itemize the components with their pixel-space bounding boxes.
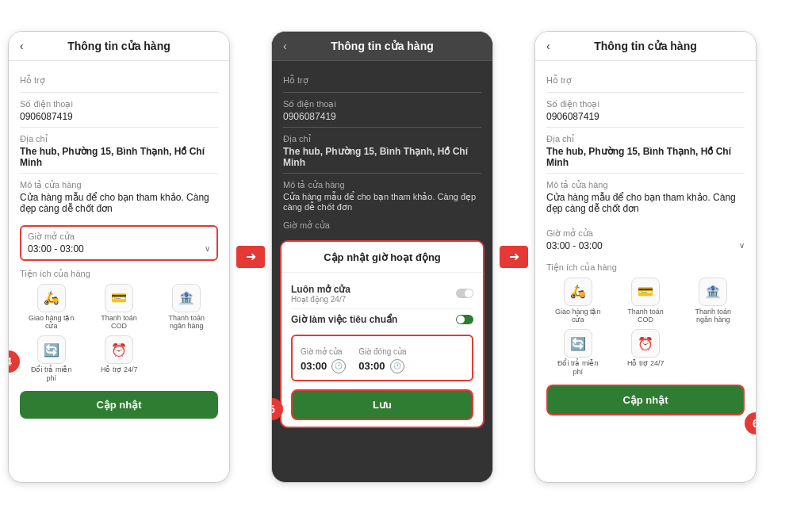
gio-lam-toggle[interactable] [456,315,473,324]
mo-ta-value-2: Cửa hàng mẫu để cho bạn tham khảo. Càng … [283,192,481,217]
dropdown-icon-3: ∨ [739,241,745,250]
sdt-label-2: Số điện thoại [283,99,481,109]
support-icon-1: ⏰ [105,335,133,364]
tien-ich-item-4: 🔄 Đổi trả miễnphí [20,335,83,383]
ho-tro-label-1: Hỗ trợ [20,75,218,86]
gio-mo-group: Giờ mở cửa 03:00 🕐 [301,347,346,373]
cod-label-1: Thanh toánCOD [101,314,137,331]
bank-icon-1: 🏦 [172,284,201,312]
time-row: Giờ mở cửa 03:00 🕐 Giờ đóng cửa 03:00 🕐 [301,347,464,373]
tien-ich-grid-3: 🛵 Giao hàng tậncửa 💳 Thanh toánCOD 🏦 Tha… [546,278,745,325]
ho-tro-label-3: Hỗ trợ [546,75,745,86]
phone-2-header: ‹ Thông tin cửa hàng [272,32,492,61]
modal-title: Cập nhật giờ hoạt động [324,251,441,263]
back-button-2[interactable]: ‹ [283,40,287,52]
gio-mo-cua-label-3: Giờ mở cửa [546,228,745,239]
arrow-icon-1: ➜ [236,246,265,268]
gio-mo-cua-value-3: 03:00 - 03:00 [546,240,603,251]
cod-icon-1: 💳 [105,284,133,312]
tien-ich-label-3: Tiện ích của hàng [546,262,745,273]
ho-tro-value-2 [283,87,481,93]
gio-dong-label: Giờ đóng cửa [358,347,406,356]
mo-ta-value-3: Cửa hàng mẫu để cho bạn tham khảo. Càng … [546,192,745,219]
header-title-1: Thông tin cửa hàng [67,40,170,52]
tien-ich-item-3-3: 🏦 Thanh toánngân hàng [682,278,745,325]
bank-label-1: Thanh toánngân hàng [169,314,205,331]
phone-3-header: ‹ Thông tin cửa hàng [535,32,756,61]
luan-mo-cua-text: Luôn mở cửa Hoạt động 24/7 [291,284,350,304]
gio-mo-cua-row-1: 03:00 - 03:00 ∨ [28,243,210,255]
cap-nhat-btn-3[interactable]: Cập nhật [546,385,745,415]
cap-nhat-btn-1[interactable]: Cập nhật [20,391,218,419]
gio-mo-cua-row-3: 03:00 - 03:00 ∨ [546,240,745,251]
gio-mo-label: Giờ mở cửa [301,347,346,356]
phone-1-header: ‹ Thông tin cửa hàng [9,32,229,61]
sdt-value-3: 0906087419 [546,111,745,128]
tien-ich-item-3-5: ⏰ Hỗ trợ 24/7 [615,329,678,377]
sdt-label-3: Số điện thoại [546,99,745,109]
tien-ich-item-3-4: 🔄 Đổi trả miễnphí [546,329,610,377]
sdt-label-1: Số điện thoại [20,99,218,109]
luan-mo-cua-label: Luôn mở cửa [291,284,350,295]
mo-ta-label-3: Mô tả cửa hàng [546,180,745,190]
tien-ich-label-1: Tiện ích của hàng [20,269,218,279]
gio-dong-input-row[interactable]: 03:00 🕐 [358,359,406,373]
cod-icon-3: 💳 [631,278,660,306]
return-icon-1: 🔄 [37,335,66,364]
clock-icon-dong[interactable]: 🕐 [390,359,404,373]
dropdown-icon-1: ∨ [205,244,210,253]
tien-ich-item-2: 💳 Thanh toánCOD [87,284,150,331]
ho-tro-value-3 [546,87,745,93]
tien-ich-item-1: 🛵 Giao hàng tậncửa [20,284,82,331]
ho-tro-label-2: Hỗ trợ [283,75,481,86]
cod-label-3: Thanh toánCOD [627,308,664,325]
page-wrapper: 4 ‹ Thông tin cửa hàng Hỗ trợ Số điện th… [8,31,804,483]
phone-1-body: Hỗ trợ Số điện thoại 0906087419 Địa chỉ … [9,61,229,427]
phone-1: 4 ‹ Thông tin cửa hàng Hỗ trợ Số điện th… [8,31,230,483]
gio-mo-cua-section-1[interactable]: Giờ mở cửa 03:00 - 03:00 ∨ [20,225,218,261]
luan-mo-toggle[interactable] [456,289,473,298]
back-button-3[interactable]: ‹ [546,40,550,52]
time-section: Giờ mở cửa 03:00 🕐 Giờ đóng cửa 03:00 🕐 [291,335,473,381]
mo-ta-label-1: Mô tả cửa hàng [20,180,218,190]
luan-mo-cua-row: Luôn mở cửa Hoạt động 24/7 [291,279,473,309]
back-button-1[interactable]: ‹ [20,40,24,52]
support-label-3: Hỗ trợ 24/7 [627,359,665,368]
phone-3-body: Hỗ trợ Số điện thoại 0906087419 Địa chỉ … [535,61,756,423]
tien-ich-item-5: ⏰ Hỗ trợ 24/7 [88,335,151,383]
bank-label-3: Thanh toánngân hàng [695,308,732,325]
dia-chi-value-3: The hub, Phường 15, Bình Thạnh, Hồ Chí M… [546,146,745,174]
return-label-1: Đổi trả miễnphí [31,366,72,383]
return-icon-3: 🔄 [564,329,592,358]
gio-lam-viec-label: Giờ làm việc tiêu chuẩn [291,314,397,325]
gio-lam-viec-row: Giờ làm việc tiêu chuẩn [291,309,473,330]
gio-mo-input-row[interactable]: 03:00 🕐 [301,359,346,373]
phone-2-dark-content: Hỗ trợ Số điện thoại 0906087419 Địa chỉ … [272,61,492,240]
mo-ta-value-1: Cửa hàng mẫu để cho bạn tham khảo. Càng … [20,192,218,219]
modal-popup: Cập nhật giờ hoạt động Luôn mở cửa Hoạt … [280,240,485,428]
support-label-1: Hỗ trợ 24/7 [101,366,138,374]
mo-ta-label-2: Mô tả cửa hàng [283,180,481,190]
tien-ich-grid-2-1: 🔄 Đổi trả miễnphí ⏰ Hỗ trợ 24/7 [20,335,151,383]
clock-icon-mo[interactable]: 🕐 [331,359,346,373]
delivery-label-3: Giao hàng tậncửa [555,308,601,325]
header-title-2: Thông tin cửa hàng [331,40,434,52]
header-title-3: Thông tin cửa hàng [594,40,697,52]
luu-button[interactable]: Lưu [291,389,473,420]
sdt-value-2: 0906087419 [283,111,481,128]
sdt-value-1: 0906087419 [20,111,218,128]
gio-dong-group: Giờ đóng cửa 03:00 🕐 [358,347,406,373]
dia-chi-label-3: Địa chỉ [546,134,745,144]
gio-mo-cua-section-3: Giờ mở cửa 03:00 - 03:00 ∨ [546,225,745,255]
modal-body: Luôn mở cửa Hoạt động 24/7 Giờ làm việc … [282,273,483,427]
arrow-2: ➜ [500,246,528,268]
bank-icon-3: 🏦 [699,278,727,306]
phone-2: 5 ‹ Thông tin cửa hàng Hỗ trợ Số điện th… [271,31,493,483]
gio-mo-value: 03:00 [301,360,327,372]
support-icon-3: ⏰ [631,329,660,358]
tien-ich-item-3-2: 💳 Thanh toánCOD [614,278,676,325]
dia-chi-value-1: The hub, Phường 15, Bình Thạnh, Hồ Chí M… [20,146,218,174]
delivery-icon-3: 🛵 [564,278,592,306]
gio-dong-value: 03:00 [358,360,385,372]
arrow-icon-2: ➜ [500,246,528,268]
